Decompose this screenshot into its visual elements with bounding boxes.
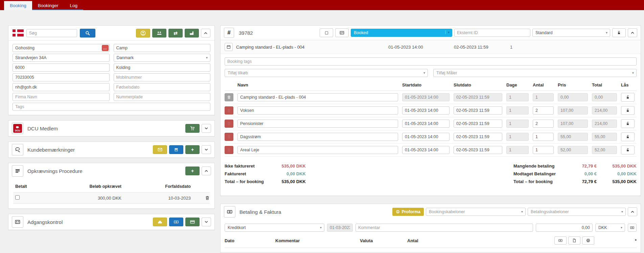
item-qty-input[interactable] (533, 106, 554, 115)
col-dato: Dato (225, 238, 275, 243)
customer-more-button[interactable]: … (102, 45, 109, 51)
item-name-input[interactable] (237, 133, 398, 141)
customer-name-input[interactable] (13, 44, 110, 52)
item-end-input[interactable] (454, 133, 502, 141)
register-payment-button[interactable] (628, 224, 637, 232)
collapse-payment-button[interactable] (628, 207, 637, 216)
delete-item-button[interactable] (225, 93, 233, 101)
archive-note-button[interactable] (169, 145, 183, 154)
add-addon-select[interactable]: Tilføj tilkøb ▾ (225, 69, 428, 77)
customer-type-input[interactable] (114, 44, 211, 52)
tab-bookinger[interactable]: Bookinger (32, 1, 64, 9)
checkbox-toggle-button[interactable] (320, 28, 333, 37)
item-name-input[interactable] (237, 93, 398, 101)
add-collection-button[interactable]: + (185, 167, 200, 175)
mobile-input[interactable] (114, 73, 211, 81)
email-input[interactable] (13, 83, 110, 91)
item-qty-input[interactable] (533, 146, 554, 154)
invoiced-value: 0,00 DKK (272, 170, 306, 178)
paid-checkbox[interactable] (15, 195, 20, 200)
invoice-document-button[interactable] (568, 236, 580, 245)
trash-icon (227, 122, 231, 126)
city-input[interactable] (114, 64, 211, 72)
item-end-input[interactable] (454, 120, 502, 128)
booking-tags-input[interactable] (225, 57, 637, 66)
lock-item-button[interactable] (621, 146, 635, 154)
delete-collection-row-button[interactable] (205, 196, 210, 200)
tab-log[interactable]: Log (64, 1, 84, 9)
item-end-input[interactable] (454, 146, 502, 154)
country-select[interactable]: Danmark ▾ (114, 54, 211, 62)
customer-profile-button[interactable] (136, 29, 150, 37)
customer-tags-input[interactable] (13, 103, 210, 111)
search-button[interactable] (80, 29, 95, 37)
item-name-input[interactable] (237, 106, 398, 115)
booking-templates-select[interactable]: Bookingskabeloner ▾ (426, 208, 526, 216)
phone-input[interactable] (13, 73, 110, 81)
plus-icon: + (191, 147, 194, 152)
add-meter-select[interactable]: Tilføj Måler ▾ (433, 69, 637, 77)
col-laas: Lås (621, 82, 637, 87)
add-note-button[interactable]: + (185, 145, 200, 154)
collapse-collection-button[interactable] (202, 167, 211, 175)
plate-input[interactable] (114, 93, 211, 101)
item-start-input[interactable] (402, 120, 450, 128)
unlock-icon (626, 148, 630, 152)
delete-item-button[interactable] (225, 106, 233, 115)
cash-access-button[interactable] (169, 218, 183, 226)
item-qty-input[interactable] (533, 133, 554, 141)
lock-item-button[interactable] (621, 119, 635, 128)
proforma-badge[interactable]: Proforma (392, 208, 424, 216)
notes-card: Kundebemærkninger + (8, 142, 215, 158)
item-qty-input[interactable] (533, 120, 554, 128)
lock-booking-button[interactable] (612, 28, 626, 37)
external-id-input[interactable] (454, 29, 530, 37)
lock-item-button[interactable] (621, 93, 635, 102)
item-name-input[interactable] (237, 146, 398, 154)
collapse-customer-button[interactable] (201, 29, 210, 37)
payment-method-select[interactable]: Kreditkort ▾ (225, 224, 324, 232)
payment-comment-input[interactable] (355, 224, 533, 232)
payment-templates-select[interactable]: Betalingsskabeloner ▾ (528, 208, 626, 216)
swap-button[interactable]: ⇄ (168, 29, 183, 37)
expand-access-button[interactable] (202, 218, 211, 226)
payment-amount-input[interactable] (536, 224, 593, 232)
booking-status-select[interactable]: Booked ▾ (351, 29, 452, 37)
chevron-down-icon: ▾ (632, 71, 634, 75)
id-card-icon (15, 219, 20, 225)
expand-notes-button[interactable] (202, 145, 211, 154)
vehicle-access-button[interactable] (153, 218, 167, 226)
delete-item-button[interactable] (225, 120, 233, 128)
birthdate-input[interactable] (114, 83, 211, 91)
item-start-input[interactable] (402, 146, 450, 154)
delete-item-button[interactable] (225, 146, 233, 154)
expand-dcu-button[interactable] (202, 124, 211, 133)
cash-button[interactable] (554, 236, 567, 245)
lock-item-button[interactable] (621, 132, 635, 141)
collapse-booking-button[interactable] (628, 28, 637, 37)
company-button[interactable] (185, 29, 199, 37)
item-end-input[interactable] (454, 106, 502, 115)
group-button[interactable] (152, 29, 166, 37)
calendar-button[interactable] (225, 43, 233, 51)
lock-item-button[interactable] (621, 106, 635, 115)
company-name-input[interactable] (13, 93, 110, 101)
item-start-input[interactable] (402, 133, 450, 141)
dcu-cart-button[interactable] (185, 124, 200, 133)
add-addon-placeholder: Tilføj tilkøb (228, 71, 248, 75)
item-name-input[interactable] (237, 120, 398, 128)
zip-input[interactable] (13, 64, 110, 72)
delete-item-button[interactable] (225, 133, 233, 141)
item-start-input[interactable] (402, 106, 450, 115)
card-access-button[interactable] (185, 218, 200, 226)
col-beloeb: Beløb opkrævet (71, 184, 121, 189)
search-input[interactable] (26, 29, 77, 37)
address-input[interactable] (13, 54, 110, 62)
print-button[interactable] (582, 236, 594, 245)
guest-card-button[interactable] (335, 28, 349, 37)
customer-name-wrap: … (13, 44, 110, 52)
booking-type-select[interactable]: Standard ▾ (532, 29, 610, 37)
send-mail-button[interactable] (153, 145, 167, 154)
currency-select[interactable]: DKK ▾ (595, 224, 625, 232)
tab-booking[interactable]: Booking (4, 1, 32, 10)
